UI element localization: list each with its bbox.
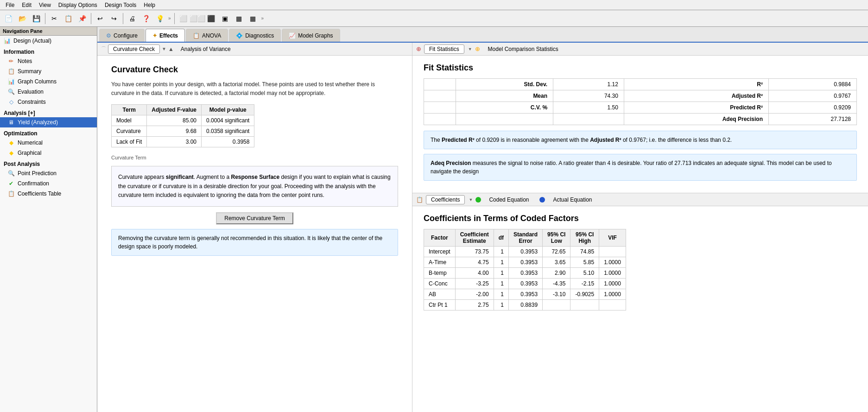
factor-c-conc: C-Conc [424, 279, 456, 289]
layout5-button[interactable]: ▦ [233, 12, 246, 25]
nav-design-actual[interactable]: 📊 Design (Actual) [0, 36, 97, 46]
sidebar-item-confirmation[interactable]: ✔ Confirmation [0, 178, 97, 189]
curvature-check-content: Curvature Check You have center points i… [97, 56, 412, 270]
open-button[interactable]: 📂 [16, 12, 29, 25]
graph-icon: 📊 [7, 78, 15, 85]
layout4-button[interactable]: ▣ [219, 12, 232, 25]
tab-configure[interactable]: ⚙ Configure [99, 29, 145, 42]
sidebar-item-coefficients-table[interactable]: 📋 Coefficients Table [0, 189, 97, 199]
pencil-icon: ✏ [7, 57, 15, 65]
ci-low-a-time: 3.65 [543, 257, 570, 268]
tips-button[interactable]: 💡 [153, 12, 166, 25]
factor-a-time: A-Time [424, 257, 456, 268]
sidebar-item-graphical[interactable]: ◆ Graphical [0, 148, 97, 158]
copy-button[interactable]: 📋 [62, 12, 75, 25]
undo-button[interactable]: ↩ [94, 12, 107, 25]
table-row: Lack of Fit 3.00 0.3958 [112, 137, 254, 147]
constraints-icon: ◇ [7, 98, 15, 106]
paste-button[interactable]: 📌 [76, 12, 89, 25]
tab-diagnostics[interactable]: 💠 Diagnostics [229, 29, 281, 42]
confirmation-label: Confirmation [18, 180, 49, 187]
actual-eq-dot [539, 197, 545, 203]
table-row: Model 85.00 0.0004 significant [112, 115, 254, 126]
sub-tab-actual-equation[interactable]: Actual Equation [548, 195, 597, 204]
layout2-button[interactable]: ⬜⬜ [191, 12, 204, 25]
sub-tab-fit-statistics[interactable]: Fit Statistics [424, 44, 464, 54]
design-icon: 📊 [4, 38, 11, 44]
curvature-term-label: Curvature Term [111, 155, 398, 160]
se-ctr-pt: 0.8839 [509, 300, 543, 311]
fit-statistics-table: Std. Dev. 1.12 R² 0.9884 Mean 74.30 Adj [424, 78, 857, 125]
sidebar-item-evaluation[interactable]: 🔍 Evaluation [0, 87, 97, 97]
numerical-label: Numerical [18, 139, 43, 146]
tab-effects[interactable]: ✦ Effects [146, 29, 185, 42]
cv-value: 1.50 [553, 102, 624, 114]
new-button[interactable]: 📄 [2, 12, 15, 25]
evaluation-label: Evaluation [18, 89, 44, 95]
tab-anova[interactable]: 📋 ANOVA [186, 29, 228, 42]
coef-row-c-conc: C-Conc -3.25 1 0.3953 -4.35 -2.15 1.0000 [424, 279, 626, 289]
model-comparison-label: Model Comparison Statistics [488, 46, 558, 52]
sub-tab-coded-equation[interactable]: Coded Equation [484, 195, 534, 204]
menu-display-options[interactable]: Display Options [55, 1, 101, 9]
menu-design-tools[interactable]: Design Tools [101, 1, 140, 9]
actual-equation-label: Actual Equation [553, 196, 592, 203]
sidebar-item-numerical[interactable]: ◆ Numerical [0, 138, 97, 148]
curvature-table: Term Adjusted F-value Model p-value Mode… [111, 104, 254, 147]
help-button[interactable]: ❓ [139, 12, 152, 25]
content-area: ⚙ Configure ✦ Effects 📋 ANOVA 💠 Diagnost… [97, 27, 868, 412]
sidebar-item-constraints[interactable]: ◇ Constraints [0, 97, 97, 107]
numerical-icon: ◆ [7, 139, 15, 146]
stats-row-3: C.V. % 1.50 Predicted R² 0.9209 [424, 102, 857, 114]
df-c-conc: 1 [494, 279, 508, 289]
sub-tab-coefficients[interactable]: Coefficients [426, 195, 465, 204]
print-button[interactable]: 🖨 [126, 12, 139, 25]
sidebar-item-notes[interactable]: ✏ Notes [0, 56, 97, 66]
est-intercept: 73.75 [455, 247, 494, 257]
coef-table-icon: 📋 [7, 190, 15, 197]
predicted-r2-info: The Predicted R² of 0.9209 is in reasona… [424, 131, 857, 149]
vif-c-conc: 1.0000 [599, 279, 626, 289]
std-dev-label: Std. Dev. [456, 79, 553, 90]
sidebar-item-graph-columns[interactable]: 📊 Graph Columns [0, 76, 97, 87]
sidebar-item-summary[interactable]: 📋 Summary [0, 66, 97, 76]
cut-button[interactable]: ✂ [48, 12, 61, 25]
yield-label: Yield (Analyzed) [18, 119, 58, 126]
sub-tab-model-comparison[interactable]: Model Comparison Statistics [483, 44, 564, 54]
factor-intercept: Intercept [424, 247, 456, 257]
eval-icon: 🔍 [7, 88, 15, 95]
menu-bar: File Edit View Display Options Design To… [0, 0, 868, 10]
sidebar-item-point-prediction[interactable]: 🔍 Point Prediction [0, 168, 97, 178]
menu-view[interactable]: View [35, 1, 55, 9]
save-button[interactable]: 💾 [30, 12, 43, 25]
remove-curvature-term-button[interactable]: Remove Curvature Term [216, 212, 293, 224]
menu-help[interactable]: Help [140, 1, 159, 9]
mean-label: Mean [456, 90, 553, 102]
se-c-conc: 0.3953 [509, 279, 543, 289]
redo-button[interactable]: ↪ [108, 12, 120, 25]
layout6-button[interactable]: ▦ [247, 12, 260, 25]
factor-b-temp: B-temp [424, 268, 456, 279]
graph-columns-label: Graph Columns [18, 78, 57, 85]
se-b-temp: 0.3953 [509, 268, 543, 279]
adeq-label: Adeq Precision [624, 114, 768, 125]
configure-icon: ⚙ [106, 32, 111, 39]
layout1-button[interactable]: ⬜ [177, 12, 190, 25]
coefficients-tab-label: Coefficients [431, 196, 460, 203]
sidebar-item-yield-analyzed[interactable]: 🖥 Yield (Analyzed) [0, 117, 97, 127]
tab-model-graphs[interactable]: 📈 Model Graphs [282, 29, 340, 42]
toolbar-sep-2 [91, 13, 91, 24]
est-ctr-pt: 2.75 [455, 300, 494, 311]
adeq-value: 27.7128 [769, 114, 857, 125]
warning-box: Removing the curvature term is generally… [111, 229, 398, 256]
menu-edit[interactable]: Edit [18, 1, 35, 9]
sub-tab-curvature-check[interactable]: Curvature Check [108, 44, 160, 54]
stats-row-1: Std. Dev. 1.12 R² 0.9884 [424, 79, 857, 90]
ci-high-c-conc: -2.15 [570, 279, 599, 289]
menu-file[interactable]: File [2, 1, 18, 9]
pred-r2-value: 0.9209 [769, 102, 857, 114]
layout3-button[interactable]: ⬛ [205, 12, 218, 25]
coefficients-title: Coefficients in Terms of Coded Factors [424, 214, 857, 223]
coefficients-table-label: Coefficients Table [18, 190, 61, 197]
sub-tab-analysis-of-variance[interactable]: Analysis of Variance [176, 44, 236, 54]
